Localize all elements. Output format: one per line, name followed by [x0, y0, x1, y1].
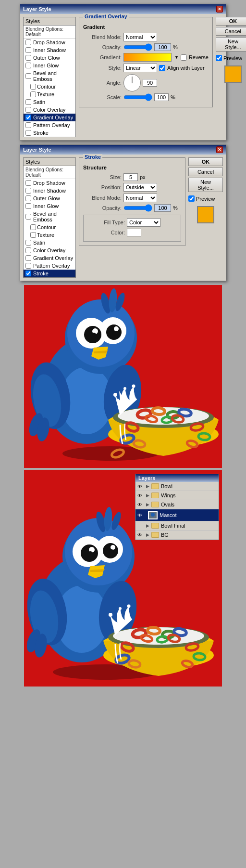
- style-contour[interactable]: Contour: [24, 83, 75, 91]
- style-outer-glow[interactable]: Outer Glow: [24, 54, 75, 62]
- style-drop-shadow[interactable]: Drop Shadow: [24, 39, 75, 46]
- layer-bowl-final[interactable]: ▶ Bowl Final: [135, 521, 219, 531]
- layer-bg-eye[interactable]: 👁: [137, 532, 144, 538]
- dialog1-cancel-button[interactable]: Cancel: [216, 27, 246, 36]
- layer-bowl-name: Bowl: [161, 483, 172, 489]
- layer-bowl-expand[interactable]: ▶: [146, 484, 149, 489]
- opacity-input[interactable]: [154, 43, 171, 51]
- layer-ovals-eye[interactable]: 👁: [137, 502, 144, 507]
- dialog1-close-button[interactable]: ✕: [216, 6, 223, 13]
- angle-dial[interactable]: [123, 74, 141, 91]
- fill-type-row: Fill Type: Color: [86, 218, 178, 227]
- style-satin[interactable]: Satin: [24, 98, 75, 106]
- layer-ovals-expand[interactable]: ▶: [146, 502, 149, 507]
- stroke-size-row: Size: px: [83, 173, 181, 181]
- layer-wings[interactable]: 👁 ▶ Wings: [135, 491, 219, 500]
- layer-mascot-thumb: [148, 511, 158, 519]
- dialog2-body: Styles Blending Options: Default Drop Sh…: [20, 155, 226, 281]
- style-inner-shadow[interactable]: Inner Shadow: [24, 46, 75, 54]
- layer-bowl-final-expand[interactable]: ▶: [146, 523, 149, 528]
- layer-mascot-eye[interactable]: 👁: [137, 513, 144, 518]
- gradient-label: Gradient:: [83, 54, 122, 60]
- scale-row: Scale: %: [83, 93, 209, 101]
- reverse-checkbox[interactable]: [181, 54, 187, 61]
- layer-bg-expand[interactable]: ▶: [146, 532, 149, 537]
- stroke-opacity-row: Opacity: %: [83, 204, 181, 212]
- style-bevel-emboss[interactable]: Bevel and Emboss: [24, 69, 75, 83]
- d2-style-pattern-overlay[interactable]: Pattern Overlay: [24, 262, 75, 270]
- layer-ovals-icon: [151, 502, 159, 507]
- fill-type-select[interactable]: Color: [127, 218, 160, 227]
- layer-mascot-name: Mascot: [160, 512, 176, 518]
- layers-panel-title: Layers: [135, 474, 219, 482]
- svg-point-36: [132, 385, 135, 388]
- stroke-opacity-slider[interactable]: [123, 204, 152, 212]
- dialog1-title: Layer Style: [23, 6, 51, 12]
- layer-wings-name: Wings: [161, 492, 176, 498]
- dialog2-close-button[interactable]: ✕: [216, 146, 223, 153]
- scale-input[interactable]: [154, 93, 169, 101]
- fill-type-section: Fill Type: Color Color:: [83, 215, 181, 242]
- dialog2-cancel-button[interactable]: Cancel: [188, 168, 223, 176]
- dialog2-preview-label: Preview: [196, 196, 215, 202]
- d2-style-outer-glow[interactable]: Outer Glow: [24, 194, 75, 202]
- svg-point-34: [113, 393, 117, 397]
- opacity-row: Opacity: %: [83, 43, 209, 51]
- layer-mascot[interactable]: 👁 Mascot: [135, 509, 219, 521]
- stroke-size-input[interactable]: [123, 173, 138, 181]
- align-checkbox[interactable]: [159, 65, 165, 71]
- gradient-preview[interactable]: [123, 53, 172, 62]
- gradient-arrow[interactable]: ▼: [174, 55, 179, 60]
- stroke-opacity-input[interactable]: [154, 204, 171, 212]
- dialog2-preview-row: Preview: [188, 195, 223, 202]
- layer-ovals[interactable]: 👁 ▶ Ovals: [135, 500, 219, 509]
- style-texture[interactable]: Texture: [24, 91, 75, 98]
- d2-style-contour[interactable]: Contour: [24, 223, 75, 231]
- layer-bowl[interactable]: 👁 ▶ Bowl: [135, 482, 219, 491]
- svg-point-19: [114, 326, 119, 331]
- style-pattern-overlay[interactable]: Pattern Overlay: [24, 121, 75, 129]
- dial-indicator: [132, 77, 133, 83]
- layer-wings-eye[interactable]: 👁: [137, 493, 144, 498]
- dialog2-new-style-button[interactable]: New Style...: [188, 178, 223, 192]
- dialog2-styles-subtitle: Blending Options: Default: [24, 166, 75, 179]
- style-gradient-overlay[interactable]: Gradient Overlay: [24, 114, 75, 121]
- dialog2-ok-button[interactable]: OK: [188, 157, 223, 166]
- layer-bowl-icon: [151, 483, 159, 489]
- dialog1-styles-panel: Styles Blending Options: Default Drop Sh…: [23, 17, 76, 137]
- stroke-position-select[interactable]: Outside: [123, 183, 157, 192]
- d2-style-inner-glow[interactable]: Inner Glow: [24, 202, 75, 210]
- style-stroke-1[interactable]: Stroke: [24, 129, 75, 137]
- d2-style-color-overlay[interactable]: Color Overlay: [24, 246, 75, 254]
- layers-panel: Layers 👁 ▶ Bowl 👁 ▶ Wings 👁 ▶ Ovals: [135, 474, 219, 540]
- opacity-slider[interactable]: [123, 43, 152, 51]
- style-color-overlay[interactable]: Color Overlay: [24, 106, 75, 114]
- style-inner-glow[interactable]: Inner Glow: [24, 62, 75, 69]
- scene2-container: Layers 👁 ▶ Bowl 👁 ▶ Wings 👁 ▶ Ovals: [24, 470, 222, 687]
- layer-wings-expand[interactable]: ▶: [146, 493, 149, 498]
- d2-style-bevel-emboss[interactable]: Bevel and Emboss: [24, 210, 75, 223]
- layer-bg[interactable]: 👁 ▶ BG: [135, 531, 219, 540]
- scale-slider[interactable]: [123, 93, 152, 101]
- dialog1-ok-button[interactable]: OK: [216, 17, 246, 26]
- d2-style-satin[interactable]: Satin: [24, 239, 75, 246]
- layer-bowl-final-icon: [151, 523, 159, 529]
- fill-type-label: Fill Type:: [86, 220, 125, 225]
- d2-style-drop-shadow[interactable]: Drop Shadow: [24, 179, 75, 187]
- d2-style-stroke[interactable]: Stroke: [24, 270, 75, 277]
- layer-bowl-eye[interactable]: 👁: [137, 484, 144, 489]
- color-swatch[interactable]: [127, 229, 141, 236]
- dialog1-new-style-button[interactable]: New Style...: [216, 37, 246, 52]
- angle-input[interactable]: [143, 79, 157, 87]
- dialog2-title: Layer Style: [23, 147, 51, 153]
- dialog2-preview-checkbox[interactable]: [188, 195, 195, 202]
- d2-style-gradient-overlay[interactable]: Gradient Overlay: [24, 254, 75, 262]
- blend-mode-label: Blend Mode:: [83, 34, 122, 40]
- d2-style-texture[interactable]: Texture: [24, 231, 75, 239]
- style-select[interactable]: Linear: [123, 64, 157, 72]
- d2-style-inner-shadow[interactable]: Inner Shadow: [24, 187, 75, 194]
- stroke-blend-label: Blend Mode:: [83, 195, 122, 201]
- blend-mode-select[interactable]: Normal: [123, 33, 157, 41]
- dialog1-preview-checkbox[interactable]: [216, 55, 222, 61]
- stroke-blend-select[interactable]: Normal: [123, 194, 157, 202]
